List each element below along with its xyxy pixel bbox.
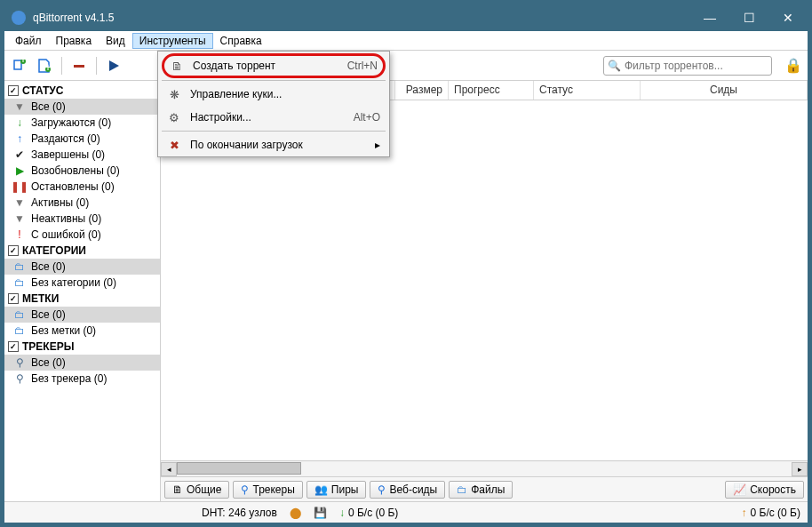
group-trackers-head[interactable]: ✓ТРЕКЕРЫ bbox=[4, 339, 160, 355]
sidebar-item[interactable]: ▼Неактивны (0) bbox=[4, 211, 160, 227]
sidebar: ✓СТАТУС ▼Все (0)↓Загружаются (0)↑Раздают… bbox=[4, 81, 161, 501]
maximize-button[interactable]: ☐ bbox=[729, 4, 768, 31]
sidebar-item[interactable]: 🗀Все (0) bbox=[4, 307, 160, 323]
sidebar-item[interactable]: ❚❚Остановлены (0) bbox=[4, 179, 160, 195]
sidebar-item[interactable]: ⚲Без трекера (0) bbox=[4, 371, 160, 387]
upload-icon: ↑ bbox=[742, 507, 747, 519]
tab-general[interactable]: 🗎Общие bbox=[164, 481, 229, 499]
col-progress[interactable]: Прогресс bbox=[449, 81, 534, 100]
tab-webseeds[interactable]: ⚲Веб-сиды bbox=[370, 481, 445, 499]
tab-peers[interactable]: 👥Пиры bbox=[306, 481, 367, 499]
sidebar-item-label: Все (0) bbox=[31, 100, 66, 113]
sidebar-item-label: С ошибкой (0) bbox=[31, 228, 101, 241]
filter-icon: ▼ bbox=[13, 196, 26, 209]
separator bbox=[61, 57, 62, 75]
sidebar-item[interactable]: ▼Активны (0) bbox=[4, 195, 160, 211]
document-icon: 🗎 bbox=[172, 483, 183, 496]
col-status[interactable]: Статус bbox=[534, 81, 641, 100]
group-status-head[interactable]: ✓СТАТУС bbox=[4, 83, 160, 99]
col-seeds[interactable]: Сиды bbox=[641, 81, 808, 100]
menu-settings[interactable]: ⚙ Настройки... Alt+O bbox=[158, 106, 389, 129]
sidebar-item-label: Возобновлены (0) bbox=[31, 164, 120, 177]
tab-files[interactable]: 🗀Файлы bbox=[449, 481, 513, 499]
download-icon: ↓ bbox=[13, 116, 26, 129]
titlebar: qBittorrent v4.1.5 — ☐ ✕ bbox=[4, 4, 808, 31]
download-icon: ↓ bbox=[339, 507, 345, 519]
menu-help[interactable]: Справка bbox=[213, 33, 269, 49]
col-size[interactable]: Размер bbox=[395, 81, 449, 100]
sidebar-item[interactable]: ↑Раздаются (0) bbox=[4, 131, 160, 147]
menu-file[interactable]: Файл bbox=[8, 33, 49, 49]
sidebar-item[interactable]: 🗀Без метки (0) bbox=[4, 323, 160, 339]
menu-on-finish[interactable]: ✖ По окончании загрузок ▸ bbox=[158, 133, 389, 156]
scroll-thumb[interactable] bbox=[177, 462, 301, 475]
tracker-icon: ⚲ bbox=[13, 356, 26, 369]
menu-cookies-label: Управление куки... bbox=[190, 88, 380, 100]
add-file-button[interactable]: + bbox=[35, 56, 54, 76]
close-button[interactable]: ✕ bbox=[768, 4, 808, 31]
sidebar-item[interactable]: 🗀Без категории (0) bbox=[4, 275, 160, 291]
sidebar-item-label: Остановлены (0) bbox=[31, 180, 115, 193]
lock-icon[interactable]: 🔒 bbox=[784, 57, 802, 75]
sidebar-item[interactable]: ▼Все (0) bbox=[4, 99, 160, 115]
error-icon: ! bbox=[13, 228, 26, 241]
minimize-button[interactable]: — bbox=[690, 4, 729, 31]
toolbar: + + 🔍 🔒 bbox=[4, 51, 808, 81]
folder-icon: 🗀 bbox=[13, 324, 26, 337]
add-link-button[interactable]: + bbox=[10, 56, 29, 76]
group-tags-head[interactable]: ✓МЕТКИ bbox=[4, 291, 160, 307]
sidebar-item-label: Завершены (0) bbox=[31, 148, 105, 161]
menu-tools[interactable]: Инструменты bbox=[132, 33, 213, 49]
group-tags: ✓МЕТКИ 🗀Все (0)🗀Без метки (0) bbox=[4, 291, 160, 339]
tools-dropdown: 🗎 Создать торрент Ctrl+N ❋ Управление ку… bbox=[157, 51, 390, 157]
menu-create-torrent[interactable]: 🗎 Создать торрент Ctrl+N bbox=[162, 53, 386, 78]
scroll-left-icon[interactable]: ◂ bbox=[161, 462, 177, 476]
resume-button[interactable] bbox=[104, 56, 123, 76]
group-categories: ✓КАТЕГОРИИ 🗀Все (0)🗀Без категории (0) bbox=[4, 243, 160, 291]
statusbar: DHT: 246 узлов ⬤ 💾 ↓0 Б/с (0 Б) ↑0 Б/с (… bbox=[4, 501, 808, 523]
tab-trackers[interactable]: ⚲Трекеры bbox=[233, 481, 302, 499]
webseed-icon: ⚲ bbox=[378, 483, 386, 496]
sidebar-item[interactable]: ⚲Все (0) bbox=[4, 355, 160, 371]
detail-tabs: 🗎Общие ⚲Трекеры 👥Пиры ⚲Веб-сиды 🗀Файлы 📈… bbox=[161, 476, 808, 501]
sidebar-item-label: Все (0) bbox=[31, 260, 66, 273]
scroll-track[interactable] bbox=[177, 462, 792, 476]
sidebar-item-label: Неактивны (0) bbox=[31, 212, 101, 225]
separator bbox=[162, 131, 386, 132]
menu-create-torrent-accel: Ctrl+N bbox=[347, 60, 378, 72]
sidebar-item[interactable]: !С ошибкой (0) bbox=[4, 227, 160, 243]
checkbox-icon[interactable]: ✓ bbox=[8, 245, 19, 256]
window-title: qBittorrent v4.1.5 bbox=[33, 12, 690, 24]
menu-edit[interactable]: Правка bbox=[49, 33, 100, 49]
tab-speed[interactable]: 📈Скорость bbox=[725, 481, 804, 499]
menu-cookies[interactable]: ❋ Управление куки... bbox=[158, 83, 389, 106]
menu-view[interactable]: Вид bbox=[99, 33, 132, 49]
sidebar-item[interactable]: ▶Возобновлены (0) bbox=[4, 163, 160, 179]
sidebar-item[interactable]: 🗀Все (0) bbox=[4, 259, 160, 275]
sidebar-item[interactable]: ↓Загружаются (0) bbox=[4, 115, 160, 131]
group-categories-head[interactable]: ✓КАТЕГОРИИ bbox=[4, 243, 160, 259]
menubar: Файл Правка Вид Инструменты Справка bbox=[4, 31, 808, 51]
checkbox-icon[interactable]: ✓ bbox=[8, 341, 19, 352]
filter-icon: ▼ bbox=[13, 100, 26, 113]
sidebar-item[interactable]: ✔Завершены (0) bbox=[4, 147, 160, 163]
remove-button[interactable] bbox=[69, 56, 89, 76]
filter-input[interactable] bbox=[625, 60, 768, 72]
sidebar-item-label: Без категории (0) bbox=[31, 276, 116, 289]
sidebar-item-label: Все (0) bbox=[31, 308, 66, 321]
filter-input-wrap[interactable]: 🔍 bbox=[603, 56, 772, 76]
sidebar-item-label: Без метки (0) bbox=[31, 324, 96, 337]
folder-icon: 🗀 bbox=[13, 308, 26, 321]
content: ✓СТАТУС ▼Все (0)↓Загружаются (0)↑Раздают… bbox=[4, 81, 808, 501]
scroll-right-icon[interactable]: ▸ bbox=[792, 462, 808, 476]
pause-icon: ❚❚ bbox=[13, 180, 26, 193]
tracker-icon: ⚲ bbox=[13, 372, 26, 385]
horizontal-scrollbar[interactable]: ◂ ▸ bbox=[161, 460, 808, 476]
gear-icon: ⚙ bbox=[167, 111, 181, 124]
checkbox-icon[interactable]: ✓ bbox=[8, 85, 19, 96]
checkbox-icon[interactable]: ✓ bbox=[8, 293, 19, 304]
folder-icon: 🗀 bbox=[457, 483, 467, 496]
upload-icon: ↑ bbox=[13, 132, 26, 145]
disk-icon: 💾 bbox=[314, 507, 327, 519]
sidebar-item-label: Загружаются (0) bbox=[31, 116, 111, 129]
